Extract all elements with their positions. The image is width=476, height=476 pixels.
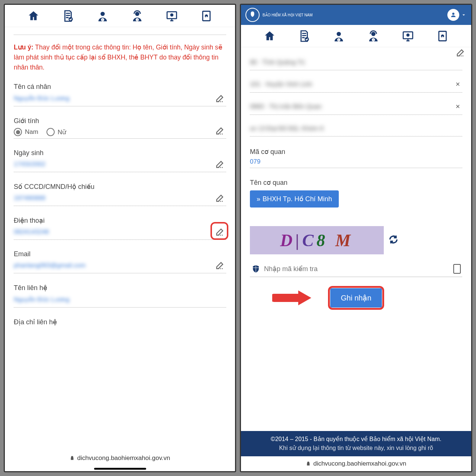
user-icon[interactable]: i	[332, 30, 345, 42]
edit-icon[interactable]	[215, 260, 225, 270]
phone-label: Điện thoại	[14, 216, 226, 225]
gender-female[interactable]: Nữ	[46, 128, 66, 136]
email-value: phanlang063@gmail.com	[14, 260, 226, 271]
gender-label: Giới tính	[14, 117, 226, 125]
monitor-icon[interactable]	[165, 10, 178, 22]
book-icon[interactable]	[200, 10, 213, 22]
top-header: BẢO HIỂM XÃ HỘI VIỆT NAM	[241, 5, 471, 25]
edit-icon[interactable]	[215, 193, 225, 203]
support-icon[interactable]: i	[131, 10, 144, 22]
svg-point-4	[135, 12, 139, 16]
right-screen: BẢO HIỂM XÃ HỘI VIỆT NAM i i 80 · Tỉnh Q…	[240, 4, 472, 472]
province-field[interactable]: 80 · Tỉnh Quảng Trị	[250, 55, 462, 70]
contact-value: Nguyễn Đức Lương	[14, 294, 226, 305]
svg-point-13	[337, 32, 341, 36]
home-icon[interactable]	[263, 30, 276, 42]
ward-field[interactable]: 0983 · Thị trấn Bến Quan ×	[250, 99, 462, 115]
close-icon[interactable]: ×	[453, 102, 462, 111]
phone-edit-highlight	[210, 222, 228, 240]
warning-note: Lưu ý: Thay đổi một trong các thông tin:…	[14, 42, 226, 73]
edit-icon[interactable]	[456, 47, 466, 58]
agency-code-label: Mã cơ quan	[250, 148, 462, 156]
agency-select-button[interactable]: »BHXH Tp. Hồ Chí Minh	[250, 190, 339, 208]
district-field[interactable]: 101 · Huyện Vinh Linh ×	[250, 76, 462, 93]
id-label: Số CCCD/CMND/Hộ chiếu	[14, 183, 226, 191]
document-icon[interactable]	[298, 30, 311, 42]
svg-point-16	[371, 32, 375, 36]
url-bar: dichvucong.baohiemxahoi.gov.vn	[241, 456, 471, 471]
street-field[interactable]: sn 13 Đại Đồ Đội, Khóm 6	[250, 121, 462, 136]
agency-code-value: 079	[250, 158, 462, 165]
agency-name-label: Tên cơ quan	[250, 178, 462, 187]
email-label: Email	[14, 250, 226, 258]
book-icon[interactable]	[436, 30, 449, 42]
nav-bar: i i	[241, 25, 471, 47]
gender-male[interactable]: Nam	[14, 128, 38, 136]
emblem-icon	[245, 8, 260, 22]
document-icon[interactable]	[62, 10, 74, 22]
support-icon[interactable]: i	[367, 30, 380, 42]
edit-icon[interactable]	[215, 93, 225, 103]
svg-point-1	[100, 12, 104, 16]
home-icon[interactable]	[27, 10, 40, 22]
lock-icon	[306, 461, 311, 466]
svg-point-11	[452, 13, 454, 15]
svg-point-8	[170, 13, 174, 16]
arrow-icon	[272, 289, 313, 307]
id-value: 197490888	[14, 193, 226, 203]
left-screen: i i Lưu ý: Thay đổi một trong các thông …	[4, 4, 236, 472]
name-value: Nguyễn Đức Lương	[14, 93, 226, 104]
phone-icon	[453, 264, 461, 274]
footer: ©2014 – 2015 - Bản quyền thuộc về Bảo hi…	[241, 431, 471, 456]
account-menu[interactable]	[447, 9, 467, 21]
edit-icon[interactable]	[215, 159, 225, 169]
name-label: Tên cá nhân	[14, 83, 226, 91]
user-icon[interactable]: i	[96, 10, 109, 22]
dob-value: 17/03/2002	[14, 159, 226, 170]
refresh-icon[interactable]	[388, 234, 399, 245]
home-indicator	[94, 468, 146, 470]
shield-icon	[251, 264, 260, 273]
lock-icon	[70, 456, 75, 461]
captcha-input-row	[250, 261, 462, 277]
close-icon[interactable]: ×	[453, 80, 462, 89]
org-name: BẢO HIỂM XÃ HỘI VIỆT NAM	[263, 13, 313, 17]
contact-label: Tên liên hệ	[14, 284, 226, 292]
form-content: Lưu ý: Thay đổi một trong các thông tin:…	[5, 27, 235, 451]
account-icon	[447, 9, 459, 21]
svg-point-20	[406, 33, 410, 36]
edit-icon[interactable]	[215, 125, 225, 136]
submit-highlight	[328, 286, 384, 310]
captcha-input[interactable]	[264, 265, 450, 273]
form-content-right: 80 · Tỉnh Quảng Trị 101 · Huyện Vinh Lin…	[241, 47, 471, 431]
chevron-down-icon	[461, 12, 467, 18]
captcha-image: D|C8 M	[250, 226, 384, 254]
address-label: Địa chỉ liên hệ	[14, 318, 226, 326]
url-bar: dichvucong.baohiemxahoi.gov.vn	[5, 451, 235, 466]
nav-bar: i i	[5, 5, 235, 27]
monitor-icon[interactable]	[402, 30, 414, 42]
dob-label: Ngày sinh	[14, 149, 226, 157]
phone-value: 0824143248	[14, 227, 226, 237]
